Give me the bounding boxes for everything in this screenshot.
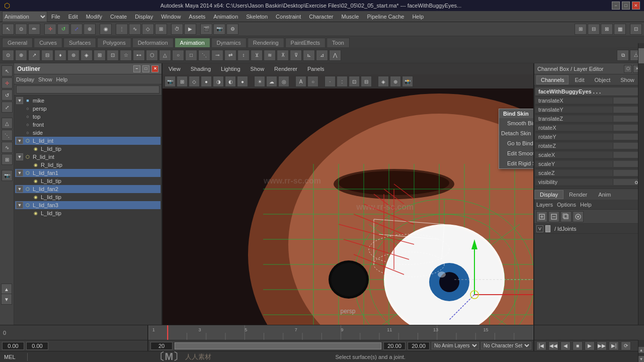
shelf-btn-25[interactable]: ⊿ <box>316 50 328 61</box>
tree-item-r-lid-int[interactable]: ▼ ⬡ R_lid_int <box>15 153 160 161</box>
tb-render[interactable]: 🎬 <box>200 24 212 35</box>
tree-expand-l-lid-fan3[interactable]: ▼ <box>16 202 23 209</box>
le-icon-options[interactable] <box>573 211 584 222</box>
lt-surface[interactable]: ⊞ <box>2 154 13 165</box>
tree-expand-r-lid-int[interactable]: ▼ <box>16 153 23 160</box>
tab-painteffects[interactable]: PaintEffects <box>285 38 326 47</box>
tab-edit[interactable]: Edit <box>571 76 588 84</box>
vp-icon-sel1[interactable]: · <box>325 76 336 87</box>
tree-item-l-lid-tip-1[interactable]: ◉ L_lid_tip <box>15 145 160 153</box>
vp-icon-sel4[interactable]: ⊟ <box>361 76 372 87</box>
tab-curves[interactable]: Curves <box>34 38 62 47</box>
vp-icon-xray[interactable]: ◈ <box>378 76 389 87</box>
menu-assets[interactable]: Assets <box>185 13 209 21</box>
tb-paint[interactable]: ✏ <box>28 24 40 35</box>
shelf-btn-17[interactable]: ⊸ <box>211 50 223 61</box>
tree-item-mike[interactable]: ▼ ■ mike <box>15 97 160 105</box>
le-icon-copy[interactable] <box>560 211 572 222</box>
shelf-btn-16[interactable]: ⋱ <box>198 50 210 61</box>
shelf-btn-3[interactable]: ↗ <box>28 50 40 61</box>
tab-animation[interactable]: Animation <box>175 38 210 47</box>
tb-snap-point[interactable]: ◇ <box>142 24 154 35</box>
transport-stop[interactable]: ■ <box>573 341 583 350</box>
lt-tab-render[interactable]: Render <box>564 190 593 199</box>
tab-surfaces[interactable]: Surfaces <box>63 38 96 47</box>
menu-modify[interactable]: Modify <box>82 13 106 21</box>
vp-menu-renderer[interactable]: Renderer <box>271 65 300 73</box>
tree-item-l-lid-tip-3[interactable]: ◉ L_lid_tip <box>15 193 160 201</box>
range-slider[interactable] <box>175 342 381 349</box>
shelf-btn-15[interactable]: □ <box>185 50 197 61</box>
tab-dynamics[interactable]: Dynamics <box>211 38 247 47</box>
menu-file[interactable]: File <box>47 13 64 21</box>
menu-skeleton[interactable]: Skeleton <box>242 13 272 21</box>
shelf-btn-6[interactable]: ⊛ <box>67 50 79 61</box>
shelf-btn-21[interactable]: ≋ <box>264 50 276 61</box>
vp-icon-light[interactable]: ☀ <box>254 76 265 87</box>
lt-crv[interactable]: ∿ <box>2 142 13 153</box>
range-start-input[interactable] <box>150 342 173 350</box>
viewport[interactable]: View Shading Lighting Show Renderer Pane… <box>163 63 533 325</box>
tb-render-set[interactable]: ⚙ <box>226 24 238 35</box>
tree-item-front[interactable]: ○ front <box>15 121 160 129</box>
tb-snap-grid[interactable]: ⋮ <box>116 24 128 35</box>
le-icon-delete[interactable] <box>548 211 559 222</box>
transport-loop[interactable]: ⟳ <box>621 341 631 350</box>
shelf-btn-8[interactable]: ⊞ <box>94 50 106 61</box>
shelf-btn-24[interactable]: ⊾ <box>303 50 315 61</box>
lt-scale[interactable]: ⤢ <box>2 102 13 113</box>
vp-icon-snapshot[interactable]: 📸 <box>402 76 413 87</box>
menu-display[interactable]: Display <box>131 13 157 21</box>
le-menu-options[interactable]: Options <box>557 202 576 208</box>
vp-icon-shadow[interactable]: ◎ <box>278 76 289 87</box>
out-menu-help[interactable]: Help <box>56 76 68 82</box>
tb-rotate[interactable]: ↺ <box>57 24 69 35</box>
transport-back[interactable]: ◀ <box>560 341 571 350</box>
tb-universal[interactable]: ⊕ <box>84 24 96 35</box>
tree-item-r-lid-tip[interactable]: ◉ R_lid_tip <box>15 161 160 169</box>
dropdown-smooth-bind[interactable]: Smooth Bind ▶ <box>499 118 533 128</box>
time-current-field[interactable]: 0.00 <box>2 342 24 350</box>
close-button[interactable]: ✕ <box>632 2 640 10</box>
tb-grid4[interactable]: ▦ <box>614 24 626 35</box>
tb-soft[interactable]: ◉ <box>100 24 112 35</box>
tab-general[interactable]: General <box>2 38 33 47</box>
vp-menu-lighting[interactable]: Lighting <box>218 65 244 73</box>
tb-select[interactable]: ↖ <box>2 24 14 35</box>
tree-item-l-lid-tip-4[interactable]: ◉ L_lid_tip <box>15 209 160 217</box>
shelf-btn-19[interactable]: ↕ <box>237 50 250 61</box>
tb-history[interactable]: ⏱ <box>171 24 183 35</box>
le-icon-new[interactable] <box>536 211 547 222</box>
char-set-select[interactable]: No Character Set <box>481 342 531 349</box>
dropdown-edit-rigid[interactable]: Edit Rigid Skin ▶ <box>499 158 533 168</box>
tb-grid2[interactable]: ⊟ <box>588 24 600 35</box>
tab-show[interactable]: Show <box>616 76 638 84</box>
tab-channels[interactable]: Channels <box>536 75 569 84</box>
tab-deformation[interactable]: Deformation <box>132 38 174 47</box>
lt-move[interactable]: ✛ <box>2 77 13 88</box>
transport-prev[interactable]: ◀◀ <box>548 341 558 350</box>
tab-polygons[interactable]: Polygons <box>97 38 131 47</box>
shelf-btn-9[interactable]: ⊡ <box>107 50 119 61</box>
anim-layer-select[interactable]: No Anim Layers <box>432 342 479 349</box>
tree-item-l-lid-fan1[interactable]: ▼ ⬡ L_lid_fan1 <box>15 169 160 177</box>
le-menu-layers[interactable]: Layers <box>536 202 553 208</box>
shelf-btn-20[interactable]: ⊻ <box>251 50 263 61</box>
menu-constraint[interactable]: Constraint <box>272 13 305 21</box>
tb-lasso[interactable]: ⊙ <box>15 24 27 35</box>
dropdown-detach-skin[interactable]: Detach Skin □ <box>499 128 533 138</box>
vp-icon-smooth[interactable]: ● <box>201 76 212 87</box>
lt-select[interactable]: ↖ <box>2 65 13 76</box>
le-menu-help[interactable]: Help <box>580 202 592 208</box>
tb-anim[interactable]: ▶ <box>184 24 196 35</box>
menu-animation[interactable]: Animation <box>209 13 242 21</box>
shelf-btn-7[interactable]: ◈ <box>80 50 93 61</box>
tree-item-persp[interactable]: ○ persp <box>15 105 160 113</box>
outliner-maximize[interactable]: □ <box>142 65 149 72</box>
tb-snap-curve[interactable]: ∿ <box>129 24 141 35</box>
vp-icon-flat[interactable]: ◑ <box>213 76 224 87</box>
lt-poly[interactable]: △ <box>2 118 13 129</box>
vp-menu-shading[interactable]: Shading <box>188 65 214 73</box>
lt-tab-display[interactable]: Display <box>534 190 564 199</box>
workspace-selector[interactable]: Animation <box>2 11 47 22</box>
